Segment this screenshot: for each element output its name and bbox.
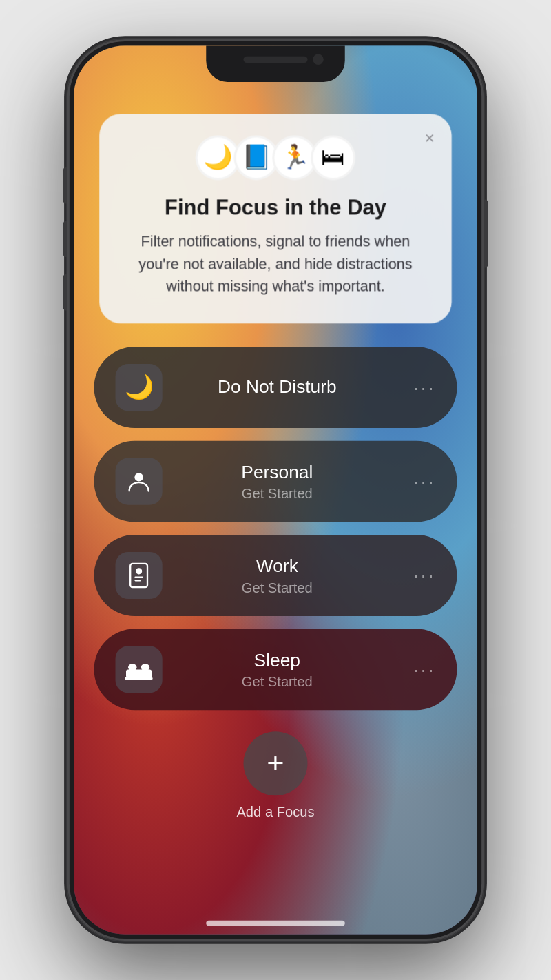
svg-rect-7	[141, 664, 149, 671]
bed-icon: 🛏	[311, 135, 355, 180]
work-icon	[116, 552, 163, 599]
work-more[interactable]: ···	[413, 564, 436, 587]
work-sub: Get Started	[163, 579, 392, 595]
svg-point-0	[134, 473, 143, 481]
dnd-text: Do Not Disturb	[163, 377, 392, 398]
focus-item-sleep[interactable]: Sleep Get Started ···	[94, 629, 457, 711]
screen-content: × 🌙 📘 🏃 🛏 Find Focus in the Day Filter n…	[74, 45, 477, 935]
sleep-focus-icon	[116, 646, 163, 693]
add-focus-button[interactable]: + Add a Focus	[236, 731, 314, 820]
svg-rect-6	[128, 664, 136, 671]
info-card: × 🌙 📘 🏃 🛏 Find Focus in the Day Filter n…	[99, 114, 452, 323]
svg-rect-8	[125, 677, 152, 680]
close-button[interactable]: ×	[424, 129, 434, 148]
svg-rect-4	[134, 580, 141, 581]
screen: × 🌙 📘 🏃 🛏 Find Focus in the Day Filter n…	[74, 45, 477, 935]
dnd-name: Do Not Disturb	[163, 377, 392, 398]
svg-rect-3	[134, 577, 143, 578]
focus-item-work[interactable]: Work Get Started ···	[94, 535, 457, 616]
personal-icon	[116, 458, 163, 505]
personal-more[interactable]: ···	[413, 470, 436, 493]
dnd-icon: 🌙	[116, 364, 163, 411]
sleep-more[interactable]: ···	[413, 658, 436, 681]
add-circle-icon: +	[244, 731, 308, 795]
focus-icons-row: 🌙 📘 🏃 🛏	[125, 135, 426, 180]
sleep-sub: Get Started	[163, 673, 392, 689]
personal-name: Personal	[163, 462, 392, 483]
svg-rect-1	[130, 564, 147, 587]
svg-rect-5	[126, 669, 152, 677]
speaker	[244, 57, 308, 63]
sleep-name: Sleep	[163, 650, 392, 671]
dnd-more[interactable]: ···	[413, 376, 436, 399]
work-text: Work Get Started	[163, 555, 392, 595]
focus-item-personal[interactable]: Personal Get Started ···	[94, 441, 457, 522]
home-indicator	[206, 921, 345, 926]
add-plus-icon: +	[267, 746, 284, 781]
camera	[313, 54, 324, 65]
phone-frame: × 🌙 📘 🏃 🛏 Find Focus in the Day Filter n…	[67, 39, 484, 941]
personal-text: Personal Get Started	[163, 462, 392, 501]
card-title: Find Focus in the Day	[125, 195, 426, 220]
focus-item-dnd[interactable]: 🌙 Do Not Disturb ···	[94, 347, 457, 428]
card-description: Filter notifications, signal to friends …	[125, 230, 426, 298]
svg-point-2	[136, 568, 142, 574]
work-name: Work	[163, 555, 392, 577]
phone-outer: × 🌙 📘 🏃 🛏 Find Focus in the Day Filter n…	[67, 39, 484, 941]
sleep-text: Sleep Get Started	[163, 650, 392, 689]
add-focus-label: Add a Focus	[236, 804, 314, 820]
personal-sub: Get Started	[163, 485, 392, 501]
focus-list: 🌙 Do Not Disturb ···	[94, 347, 457, 710]
notch	[206, 45, 345, 82]
